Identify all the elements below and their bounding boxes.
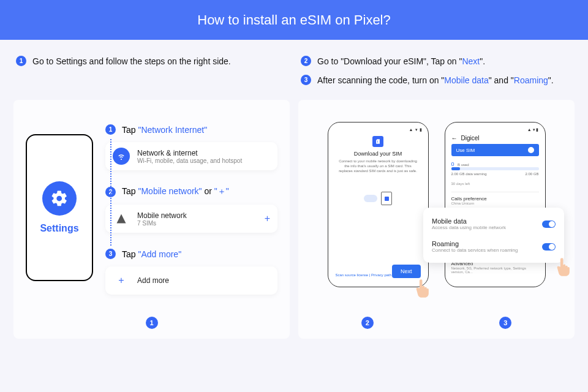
mobile-data-text: Mobile data Access data using mobile net… <box>432 217 506 230</box>
tiny-links: Scan source license | Privacy path <box>336 273 392 277</box>
use-sim-row[interactable]: Use SIM <box>451 144 539 156</box>
mobile-data-link: Mobile data <box>444 75 488 85</box>
carrier-name: Digicel <box>461 135 480 141</box>
left-footer-badges: 1 <box>13 317 290 329</box>
back-arrow-icon[interactable]: ← <box>451 135 458 141</box>
download-sim-phone: ▲ ▾ ▮ Download your SIM Connect to your … <box>328 122 429 287</box>
instructions-right: 2 Go to "Download your eSIM", Tap on "Ne… <box>301 47 572 94</box>
plus-icon[interactable]: + <box>265 213 270 224</box>
instruction-1: 1 Go to Settings and follow the steps on… <box>16 56 287 66</box>
use-sim-toggle-icon <box>528 147 534 153</box>
step-badge-1: 1 <box>16 56 26 66</box>
instr3-suffix: ". <box>548 75 554 85</box>
step3-badge: 3 <box>105 249 116 259</box>
roaming-title: Roaming <box>432 240 518 247</box>
sim-card-icon <box>381 192 392 205</box>
mobile-data-toggle[interactable] <box>542 221 556 228</box>
days-left: 30 days left <box>451 182 539 186</box>
add-icon: + <box>113 272 130 289</box>
wifi-mini-icon: ▾ <box>415 127 418 132</box>
add-more-card[interactable]: + Add more <box>105 266 277 295</box>
step1-badge: 1 <box>105 124 116 135</box>
sim-icon <box>372 136 383 147</box>
mobile-data-title: Mobile data <box>432 217 506 225</box>
signal-mini-icon: ▲ <box>409 127 413 132</box>
card1-sub: Wi-Fi, mobile, data usage, and hotspot <box>137 157 242 164</box>
panel-left-content: Settings 1 Tap "Network Internet" <box>26 112 277 295</box>
step3-title: 3 Tap "Add more" <box>105 249 277 259</box>
hand-pointer-icon-2 <box>554 257 573 277</box>
status-bar-2: ▲ ▾ ▮ <box>451 127 539 132</box>
settings-phone: Settings <box>26 134 93 281</box>
mobile-network-card[interactable]: Mobile network 7 SIMs + <box>105 205 277 233</box>
steps-column: 1 Tap "Network Internet" Network & inter… <box>105 112 277 295</box>
calls-pref-row[interactable]: Calls preference China Unicom <box>451 192 539 209</box>
qr-illustration <box>334 192 422 205</box>
roaming-link: Roaming <box>514 75 548 85</box>
step-badge-2: 2 <box>301 56 311 66</box>
instruction-1-text: Go to Settings and follow the steps on t… <box>32 56 231 66</box>
use-sim-label: Use SIM <box>456 148 475 153</box>
download-sim-desc: Connect to your mobile network by downlo… <box>334 159 422 173</box>
step2-text: Tap "Mobile network" or "＋" <box>122 186 229 197</box>
instr2-prefix: Go to "Download your eSIM", Tap on " <box>317 56 462 66</box>
cloud-icon <box>364 195 377 202</box>
card1-title: Network & internet <box>137 149 242 157</box>
card3-title: Add more <box>137 276 169 285</box>
dotted-connector <box>110 139 111 246</box>
next-button[interactable]: Next <box>392 265 421 278</box>
mobile-data-sub: Access data using mobile network <box>432 225 506 230</box>
mobile-data-row[interactable]: Mobile data Access data using mobile net… <box>432 214 556 234</box>
panel-left: Settings 1 Tap "Network Internet" <box>13 100 290 339</box>
status-right: ▲ ▾ ▮ <box>527 127 539 132</box>
next-link: Next <box>462 56 480 66</box>
instruction-3: 3 After scanning the code, turn on "Mobi… <box>301 75 572 85</box>
footer-badge-3: 3 <box>499 317 511 329</box>
panel-right-content: ▲ ▾ ▮ Download your SIM Connect to your … <box>311 122 562 287</box>
usage-bar <box>451 167 539 170</box>
card2-sub: 7 SIMs <box>137 220 187 227</box>
settings-label: Settings <box>40 223 78 234</box>
instruction-2-text: Go to "Download your eSIM", Tap on "Next… <box>317 56 485 66</box>
hand-pointer-icon <box>413 278 432 299</box>
instructions-left: 1 Go to Settings and follow the steps on… <box>16 47 287 94</box>
mobile-network-left: Mobile network 7 SIMs <box>113 210 187 227</box>
data-used: 0 B used <box>451 161 539 167</box>
battery-mini-icon: ▮ <box>420 127 422 132</box>
roaming-sub: Connect to data services when roaming <box>432 247 518 253</box>
download-sim-title: Download your SIM <box>334 151 422 157</box>
instructions-row: 1 Go to Settings and follow the steps on… <box>0 40 588 94</box>
wifi-icon <box>113 148 130 165</box>
instr3-prefix: After scanning the code, turn on " <box>317 75 444 85</box>
panel-right: ▲ ▾ ▮ Download your SIM Connect to your … <box>298 100 575 339</box>
network-internet-card[interactable]: Network & internet Wi-Fi, mobile, data u… <box>105 142 277 170</box>
step1-text: Tap "Network Internet" <box>122 125 207 135</box>
instruction-2: 2 Go to "Download your eSIM", Tap on "Ne… <box>301 56 572 66</box>
instr2-suffix: ". <box>480 56 485 66</box>
instr3-mid: " and " <box>489 75 514 85</box>
toggles-overlay: Mobile data Access data using mobile net… <box>423 208 564 263</box>
network-internet-text: Network & internet Wi-Fi, mobile, data u… <box>137 149 242 164</box>
usage-labels: 2.00 GB data warning 2.00 GB <box>451 172 539 176</box>
banner-title: How to install an eSIM on Pixel? <box>197 12 391 28</box>
signal-icon <box>113 210 130 227</box>
roaming-row[interactable]: Roaming Connect to data services when ro… <box>432 236 556 257</box>
gear-icon <box>42 181 77 216</box>
carrier-title-row: ← Digicel <box>451 135 539 141</box>
status-bar-1: ▲ ▾ ▮ <box>334 127 422 132</box>
footer-badge-2: 2 <box>361 317 374 329</box>
mobile-network-text: Mobile network 7 SIMs <box>137 211 187 227</box>
step2-title: 2 Tap "Mobile network" or "＋" <box>105 186 277 197</box>
step3-text: Tap "Add more" <box>122 249 181 259</box>
page-banner: How to install an eSIM on Pixel? <box>0 0 588 40</box>
roaming-text: Roaming Connect to data services when ro… <box>432 240 518 253</box>
step-badge-3: 3 <box>301 75 311 85</box>
card2-title: Mobile network <box>137 211 187 220</box>
step1-title: 1 Tap "Network Internet" <box>105 124 277 135</box>
roaming-toggle[interactable] <box>542 243 556 251</box>
right-footer-badges: 2 3 <box>298 317 575 329</box>
panels-row: Settings 1 Tap "Network Internet" <box>0 94 588 339</box>
instruction-3-text: After scanning the code, turn on "Mobile… <box>317 75 554 85</box>
footer-badge-1: 1 <box>146 317 158 329</box>
